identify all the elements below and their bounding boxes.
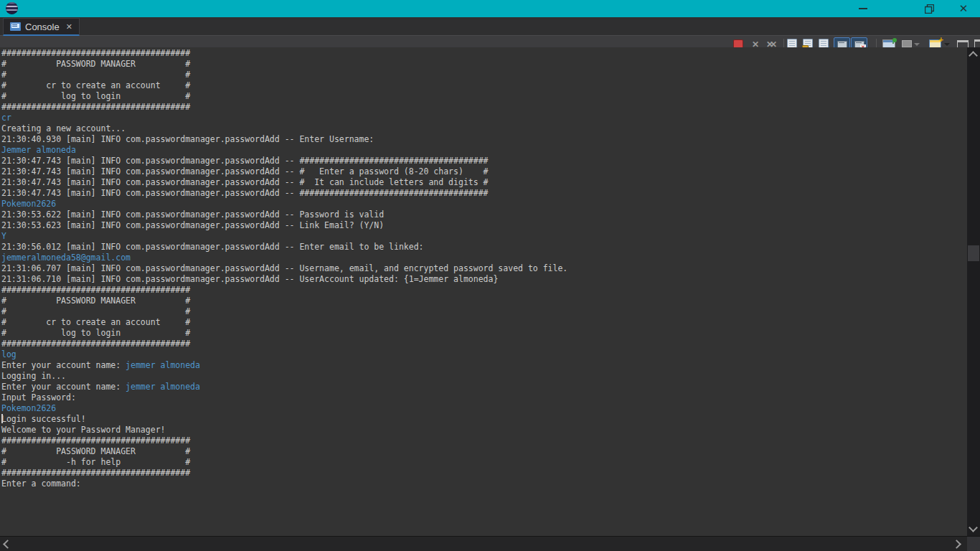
console-line: Welcome to your Password Manager! [1,425,967,435]
stdout-text: Enter your account name: [1,360,126,370]
console-line: ###################################### [1,468,967,479]
tab-close-icon[interactable]: ✕ [66,22,72,32]
stdin-text: Pokemon2626 [1,403,56,413]
console-line: 21:30:40.930 [main] INFO com.passwordman… [1,134,967,145]
stdout-text: 21:30:40.930 [main] INFO com.passwordman… [1,134,374,144]
console-line: # -h for help # [1,457,967,468]
stdout-text: 21:30:47.743 [main] INFO com.passwordman… [1,166,489,176]
stdout-text: ###################################### [1,48,190,58]
stdout-text: Enter your account name: [1,382,126,392]
console-icon [10,22,21,31]
stdout-text: # # [1,306,190,316]
vertical-scrollbar-thumb[interactable] [968,245,979,261]
minimize-icon [859,8,867,9]
stdout-text: Login successful! [1,414,86,424]
stdout-text: # -h for help # [1,457,190,467]
stdout-text: Creating a new account... [1,123,126,133]
console-line: Login successful! [1,414,967,425]
stdout-text: ###################################### [1,435,190,446]
stdout-text: Input Password: [1,392,76,402]
stdout-text: Logging in... [1,371,66,381]
console-line: 21:30:47.743 [main] INFO com.passwordman… [1,166,967,177]
console-line: jemmeralmoneda58@gmail.com [1,253,967,263]
vertical-scrollbar[interactable] [967,47,980,536]
scroll-up-icon[interactable] [969,51,978,60]
stdout-text: 21:30:53.623 [main] INFO com.passwordman… [1,220,384,230]
eclipse-logo-icon [6,2,18,14]
stdout-text: # cr to create an account # [1,80,190,90]
scroll-right-icon[interactable] [952,540,961,549]
console-line: 21:30:47.743 [main] INFO com.passwordman… [1,177,967,188]
window-titlebar: ✕ [0,0,980,17]
console-line: 21:31:06.707 [main] INFO com.passwordman… [1,263,967,274]
console-line: # PASSWORD MANAGER # [1,446,967,457]
stdout-text: # PASSWORD MANAGER # [1,59,190,69]
console-line: ###################################### [1,102,967,113]
console-line: # PASSWORD MANAGER # [1,296,967,306]
stdin-text: jemmeralmoneda58@gmail.com [1,253,131,263]
console-line: Enter your account name: jemmer almoneda [1,382,967,392]
console-line: # PASSWORD MANAGER # [1,59,967,70]
console-line: ###################################### [1,435,967,446]
restore-icon [925,4,934,14]
stdout-text: 21:30:47.743 [main] INFO com.passwordman… [1,177,489,187]
stdout-text: ###################################### [1,102,190,112]
console-line: # # [1,306,967,317]
console-line: 21:30:53.623 [main] INFO com.passwordman… [1,220,967,231]
stdin-text: cr [1,113,11,123]
open-console-dropdown-icon[interactable] [944,43,950,46]
stdout-text: 21:31:06.707 [main] INFO com.passwordman… [1,263,567,273]
stdout-text: # log to login # [1,91,190,101]
eclipse-window: ✕ Console ✕ ✕ ✕✕ ✕ [0,0,980,551]
console-output[interactable]: ####################################### … [0,47,967,536]
console-line: Input Password: [1,392,967,403]
stdin-text: jemmer almoneda [126,360,200,370]
console-line: ###################################### [1,285,967,296]
console-view-tabbar: Console ✕ ✕ ✕✕ ✕ [0,17,980,35]
scroll-left-icon[interactable] [3,540,12,549]
console-line: # log to login # [1,328,967,339]
console-line: Pokemon2626 [1,403,967,414]
console-view: ####################################### … [0,47,980,536]
stdout-text: 21:31:06.710 [main] INFO com.passwordman… [1,274,498,284]
console-line: # cr to create an account # [1,317,967,328]
scroll-down-icon[interactable] [969,523,978,532]
console-line: cr [1,113,967,123]
console-line: Logging in... [1,371,967,382]
console-line: 21:30:47.743 [main] INFO com.passwordman… [1,188,967,199]
console-line: # # [1,70,967,80]
console-line: Enter your account name: jemmer almoneda [1,360,967,371]
stdout-text: # PASSWORD MANAGER # [1,446,190,456]
stdout-text: Enter a command: [1,479,81,489]
window-minimize-button[interactable] [852,0,874,17]
stdout-text: 21:30:56.012 [main] INFO com.passwordman… [1,242,424,252]
stdout-text: ###################################### [1,285,190,295]
stdout-text: Welcome to your Password Manager! [1,425,165,435]
console-line: Y [1,231,967,242]
window-close-button[interactable]: ✕ [953,0,974,17]
stdout-text: # log to login # [1,328,190,338]
console-line: Creating a new account... [1,123,967,134]
console-line: 21:30:53.622 [main] INFO com.passwordman… [1,209,967,220]
stdout-text: # cr to create an account # [1,317,190,327]
scrollbar-corner [967,537,980,551]
stdout-text: ###################################### [1,468,190,478]
console-line: 21:30:56.012 [main] INFO com.passwordman… [1,242,967,253]
console-line: 21:31:06.710 [main] INFO com.passwordman… [1,274,967,285]
stdin-text: Pokemon2626 [1,199,56,209]
window-restore-button[interactable] [918,0,940,17]
stdin-text: log [1,349,17,359]
horizontal-scrollbar[interactable] [0,536,980,551]
console-line: ###################################### [1,48,967,59]
tab-console[interactable]: Console ✕ [3,18,80,36]
stdout-text: ###################################### [1,339,190,349]
close-icon: ✕ [959,2,969,15]
console-line: log [1,349,967,360]
display-console-dropdown-icon[interactable] [914,43,920,46]
stdout-text: 21:30:53.622 [main] INFO com.passwordman… [1,209,384,220]
stdout-text: 21:30:47.743 [main] INFO com.passwordman… [1,188,489,198]
stdin-text: Jemmer almoneda [1,145,76,155]
stdin-text: Y [1,231,6,241]
console-line: # cr to create an account # [1,80,967,91]
stdout-text: 21:30:47.743 [main] INFO com.passwordman… [1,156,489,166]
